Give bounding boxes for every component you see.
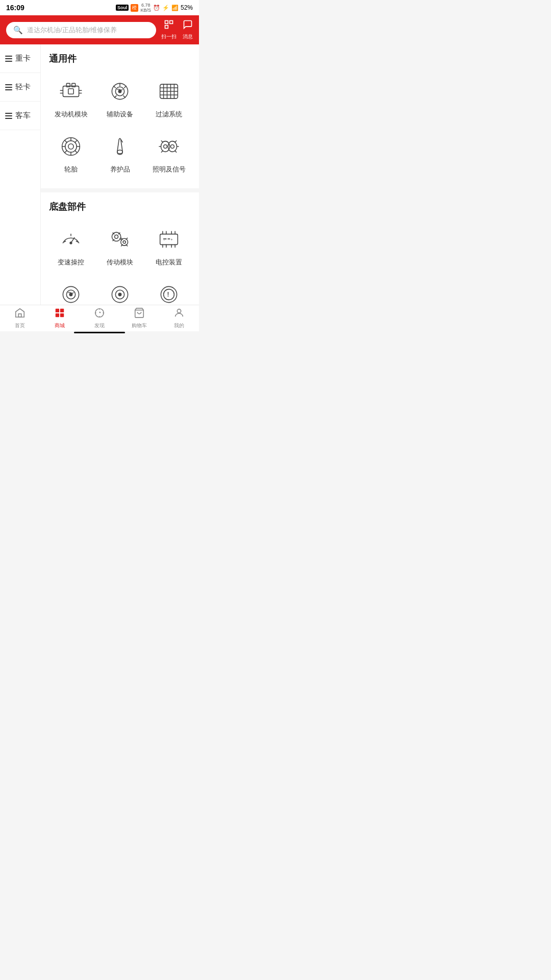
care-products[interactable]: 养护品 xyxy=(98,128,142,178)
svg-point-61 xyxy=(115,235,118,238)
aux-equipment-label: 辅助设备 xyxy=(107,110,133,119)
svg-point-55 xyxy=(69,241,72,244)
nav-cart-label: 购物车 xyxy=(132,322,147,329)
nav-profile-label: 我的 xyxy=(174,322,184,329)
nav-cart[interactable]: 购物车 xyxy=(119,305,159,331)
svg-point-53 xyxy=(170,145,174,149)
menu-icon xyxy=(5,113,12,119)
drive-icon xyxy=(106,280,134,305)
section-title-general: 通用件 xyxy=(49,53,191,65)
sidebar-item-light-truck[interactable]: 轻卡 xyxy=(0,73,40,102)
svg-line-40 xyxy=(75,151,77,153)
header-actions: 扫一扫 消息 xyxy=(161,19,193,40)
search-placeholder: 道达尔机油/正品轮胎/维修保养 xyxy=(27,26,117,35)
transmission-label: 传动模块 xyxy=(107,258,133,267)
filter-icon xyxy=(155,77,183,106)
drive-module[interactable]: 行使模块 xyxy=(98,276,142,305)
svg-point-34 xyxy=(68,144,73,149)
aux-icon xyxy=(106,77,134,106)
sidebar-item-label: 重卡 xyxy=(15,54,31,63)
sidebar-item-bus[interactable]: 客车 xyxy=(0,102,40,130)
scan-icon xyxy=(164,19,174,32)
tangtang-app-icon: 橙 xyxy=(131,4,138,12)
message-button[interactable]: 消息 xyxy=(183,19,193,40)
engine-module-label: 发动机模块 xyxy=(55,110,88,119)
ecu-chassis-label: 电控装置 xyxy=(156,258,182,267)
bottom-indicator xyxy=(0,331,199,333)
svg-point-44 xyxy=(161,141,169,152)
lighting-signal-label: 照明及信号 xyxy=(153,165,186,174)
engine-icon xyxy=(57,77,85,106)
speed-control-label: 变速操控 xyxy=(58,258,84,267)
shop-icon xyxy=(54,307,65,321)
main-layout: 重卡 轻卡 客车 通用件 xyxy=(0,44,199,305)
bottom-nav: 首页 商城 发现 xyxy=(0,305,199,331)
svg-point-43 xyxy=(117,150,122,154)
svg-rect-120 xyxy=(56,313,59,317)
signal-icon: 📶 xyxy=(171,5,179,11)
network-speed: 6.78KB/S xyxy=(140,3,151,13)
svg-rect-2 xyxy=(165,26,168,29)
svg-rect-119 xyxy=(60,309,64,312)
search-icon: 🔍 xyxy=(13,26,23,35)
nav-discover[interactable]: 发现 xyxy=(80,305,119,331)
filter-system[interactable]: 过滤系统 xyxy=(147,73,191,123)
chassis-parts-grid: 变速操控 xyxy=(49,221,191,305)
home-indicator-bar xyxy=(74,332,125,333)
transmission[interactable]: 传动模块 xyxy=(98,221,142,271)
scan-label: 扫一扫 xyxy=(161,33,177,40)
sidebar-item-label: 轻卡 xyxy=(15,82,31,92)
battery-indicator: 52% xyxy=(181,4,193,11)
svg-line-48 xyxy=(161,141,163,142)
content-area: 通用件 发动机模块 xyxy=(41,44,199,305)
svg-point-81 xyxy=(118,293,122,297)
status-icons: Soul 橙 6.78KB/S ⏰ ⚡ 📶 52% xyxy=(116,3,193,13)
nav-profile[interactable]: 我的 xyxy=(159,305,199,331)
sidebar-item-heavy-truck[interactable]: 重卡 xyxy=(0,44,40,73)
search-bar[interactable]: 🔍 道达尔机油/正品轮胎/维修保养 xyxy=(6,22,156,38)
svg-line-49 xyxy=(175,141,177,142)
nav-discover-label: 发现 xyxy=(94,322,105,329)
filter-system-label: 过滤系统 xyxy=(156,110,182,119)
nav-shop[interactable]: 商城 xyxy=(40,305,80,331)
general-parts-grid: 发动机模块 辅助设备 xyxy=(49,73,191,178)
svg-point-52 xyxy=(164,145,167,149)
lighting-signal[interactable]: 照明及信号 xyxy=(147,128,191,178)
svg-point-62 xyxy=(123,241,126,243)
light-icon xyxy=(155,132,183,161)
svg-text:!: ! xyxy=(167,291,169,298)
sidebar: 重卡 轻卡 客车 xyxy=(0,44,41,305)
section-divider-1 xyxy=(41,188,199,192)
soul-app-icon: Soul xyxy=(116,5,129,11)
menu-icon xyxy=(5,84,12,90)
alarm-icon: ⏰ xyxy=(153,5,160,11)
svg-rect-12 xyxy=(63,86,79,97)
aux-equipment[interactable]: 辅助设备 xyxy=(98,73,142,123)
sidebar-item-label: 客车 xyxy=(15,111,31,120)
nav-home[interactable]: 首页 xyxy=(0,305,40,331)
care-icon xyxy=(106,132,134,161)
discover-icon xyxy=(94,307,105,321)
nav-home-label: 首页 xyxy=(15,322,25,329)
svg-line-51 xyxy=(175,151,177,153)
svg-line-41 xyxy=(75,140,77,142)
aux-chassis[interactable]: 辅助设备 xyxy=(49,276,93,305)
brake-icon: ! xyxy=(155,280,183,305)
svg-point-129 xyxy=(177,309,181,313)
scan-button[interactable]: 扫一扫 xyxy=(161,19,177,40)
menu-icon xyxy=(5,56,12,62)
message-icon xyxy=(183,19,193,32)
aux-chassis-icon xyxy=(57,280,85,305)
ecu-icon: - + xyxy=(155,225,183,254)
brake-module[interactable]: ! 制动模块 xyxy=(147,276,191,305)
speed-control[interactable]: 变速操控 xyxy=(49,221,93,271)
svg-line-39 xyxy=(65,140,67,142)
svg-point-45 xyxy=(168,141,177,152)
ecu-chassis[interactable]: - + 电控装置 xyxy=(147,221,191,271)
transmission-icon xyxy=(106,225,134,254)
svg-text:+: + xyxy=(170,238,172,241)
engine-module[interactable]: 发动机模块 xyxy=(49,73,93,123)
tire[interactable]: 轮胎 xyxy=(49,128,93,178)
svg-rect-1 xyxy=(170,21,173,24)
tire-label: 轮胎 xyxy=(64,165,78,174)
